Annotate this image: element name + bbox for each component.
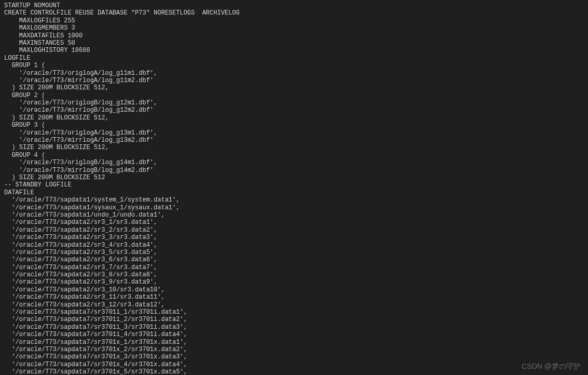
terminal-output: STARTUP NOMOUNTCREATE CONTROLFILE REUSE … [4,2,584,375]
terminal-line: '/oracle/T73/mirrlogB/log_g12m2.dbf' [4,106,584,114]
terminal-line: '/oracle/T73/sapdata7/sr3701i_2/sr3701i.… [4,316,584,323]
terminal-line: '/oracle/T73/sapdata2/sr3_8/sr3.data8', [4,271,584,278]
watermark: CSDN @梦の守护 [522,362,581,371]
terminal-line: CREATE CONTROLFILE REUSE DATABASE "P73" … [4,9,584,17]
terminal-line: '/oracle/T73/origlogA/log_g13m1.dbf', [4,129,584,137]
terminal-line: '/oracle/T73/sapdata7/sr3701i_1/sr3701i.… [4,309,584,316]
terminal-line: '/oracle/T73/mirrlogB/log_g14m2.dbf' [4,167,584,174]
terminal-line: '/oracle/T73/sapdata2/sr3_2/sr3.data2', [4,226,584,234]
terminal-line: '/oracle/T73/sapdata7/sr3701x_1/sr3701x.… [4,339,584,346]
terminal-line: '/oracle/T73/sapdata2/sr3_11/sr3.data11'… [4,293,584,301]
terminal-line: ) SIZE 200M BLOCKSIZE 512, [4,84,584,91]
terminal-line: ) SIZE 200M BLOCKSIZE 512, [4,144,584,151]
terminal-line: '/oracle/T73/origlogB/log_g14m1.dbf', [4,159,584,166]
terminal-line: GROUP 4 ( [4,152,584,159]
terminal-line: '/oracle/T73/sapdata2/sr3_6/sr3.data6', [4,256,584,263]
terminal-line: ) SIZE 200M BLOCKSIZE 512, [4,114,584,122]
terminal-line: '/oracle/T73/mirrlogA/log_g13m2.dbf' [4,137,584,144]
terminal-line: '/oracle/T73/mirrlogA/log_g11m2.dbf' [4,77,584,84]
terminal-line: MAXDATAFILES 1000 [4,32,584,39]
terminal-line: DATAFILE [4,189,584,196]
terminal-line: -- STANDBY LOGFILE [4,181,584,189]
terminal-line: '/oracle/T73/sapdata2/sr3_3/sr3.data3', [4,234,584,241]
terminal-line: '/oracle/T73/sapdata7/sr3701i_3/sr3701i.… [4,324,584,331]
terminal-line: '/oracle/T73/sapdata7/sr3701i_4/sr3701i.… [4,331,584,338]
terminal-line: '/oracle/T73/sapdata1/undo_1/undo.data1'… [4,211,584,219]
terminal-line: GROUP 1 ( [4,62,584,69]
terminal-line: '/oracle/T73/origlogA/log_g11m1.dbf', [4,70,584,77]
terminal-line: '/oracle/T73/sapdata2/sr3_4/sr3.data4', [4,242,584,249]
terminal-line: GROUP 3 ( [4,122,584,129]
terminal-line: '/oracle/T73/sapdata7/sr3701x_3/sr3701x.… [4,353,584,360]
terminal-line: ) SIZE 200M BLOCKSIZE 512 [4,174,584,181]
terminal-line: '/oracle/T73/origlogB/log_g12m1.dbf', [4,99,584,106]
terminal-line: '/oracle/T73/sapdata1/sysaux_1/sysaux.da… [4,204,584,211]
terminal-line: '/oracle/T73/sapdata1/system_1/system.da… [4,196,584,204]
terminal-line: MAXINSTANCES 50 [4,39,584,47]
terminal-line: '/oracle/T73/sapdata2/sr3_10/sr3.data10'… [4,286,584,293]
terminal-line: LOGFILE [4,55,584,62]
terminal-line: '/oracle/T73/sapdata2/sr3_7/sr3.data7', [4,264,584,271]
terminal-line: '/oracle/T73/sapdata7/sr3701x_2/sr3701x.… [4,346,584,353]
terminal-line: '/oracle/T73/sapdata2/sr3_5/sr3.data5', [4,249,584,256]
terminal-line: '/oracle/T73/sapdata7/sr3701x_4/sr3701x.… [4,361,584,368]
terminal-line: '/oracle/T73/sapdata2/sr3_9/sr3.data9', [4,278,584,286]
terminal-line: '/oracle/T73/sapdata7/sr3701x_5/sr3701x.… [4,368,584,375]
terminal-line: '/oracle/T73/sapdata2/sr3_1/sr3.data1', [4,219,584,226]
terminal-line: '/oracle/T73/sapdata2/sr3_12/sr3.data12'… [4,301,584,309]
terminal-line: MAXLOGMEMBERS 3 [4,24,584,32]
terminal-line: MAXLOGHISTORY 18688 [4,47,584,54]
terminal-line: GROUP 2 ( [4,92,584,99]
terminal-line: MAXLOGFILES 255 [4,17,584,24]
terminal-line: STARTUP NOMOUNT [4,2,584,9]
